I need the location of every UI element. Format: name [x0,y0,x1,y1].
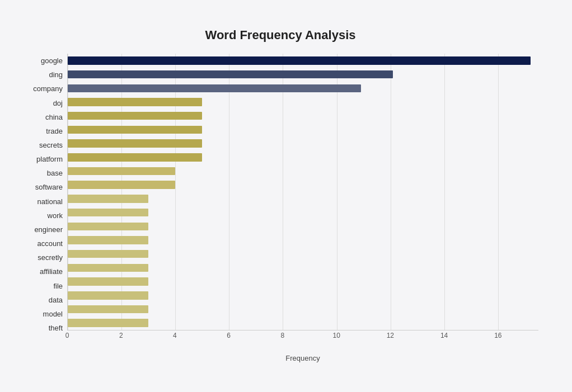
bar-row [68,192,538,206]
x-axis-label: Frequency [67,354,538,362]
bar [68,126,202,134]
y-axis-label: file [53,279,63,293]
bars-and-x: 0246810121416 Frequency [67,54,538,351]
bar-row [68,219,538,233]
bar-row [68,206,538,220]
y-axis-label: data [49,293,63,307]
y-axis-label: doj [53,96,63,110]
y-axis: googledingcompanydojchinatradesecretspla… [22,54,67,351]
chart-title: Word Frequency Analysis [22,28,538,42]
x-tick-label: 8 [281,332,285,339]
bar [68,98,202,106]
bar [68,70,393,78]
bar-row [68,123,538,137]
y-axis-label: theft [49,321,63,335]
chart-container: Word Frequency Analysis googledingcompan… [11,11,561,392]
x-tick-label: 10 [332,332,340,339]
bar [68,250,148,258]
bar-row [68,233,538,247]
x-tick-label: 12 [387,332,394,339]
bar-row [68,178,538,192]
bar [68,319,148,327]
y-axis-label: national [37,195,63,209]
bar [68,181,175,188]
y-axis-label: base [47,166,63,180]
y-axis-label: account [37,237,63,251]
bar [68,223,148,230]
x-tick-label: 16 [494,332,501,339]
y-axis-label: secretly [37,251,63,265]
y-axis-label: affiliate [40,265,63,278]
bar-row [68,150,538,164]
bar [68,277,148,285]
x-axis: 0246810121416 Frequency [67,330,538,351]
bar [68,264,148,272]
bars-section [67,54,538,330]
bar [68,153,202,161]
bar [68,167,175,175]
y-axis-label: secrets [39,138,63,152]
x-tick-label: 0 [65,332,69,339]
bar-row [68,68,538,82]
y-axis-label: model [43,307,63,321]
bar [68,209,148,216]
y-axis-label: china [45,110,63,124]
y-axis-label: google [41,54,63,68]
bar-row [68,164,538,178]
bar-row [68,247,538,261]
bar-row [68,136,538,150]
y-axis-label: trade [46,124,63,138]
y-axis-label: platform [36,152,63,166]
bar [68,56,531,64]
y-axis-label: work [48,209,63,223]
bar [68,112,202,120]
y-axis-label: ding [49,68,63,82]
bar [68,195,148,202]
y-axis-label: software [35,180,63,194]
bar [68,139,202,147]
bar [68,84,361,92]
bar-row [68,289,538,303]
bar-row [68,261,538,275]
x-tick-label: 6 [227,332,231,339]
bar-row [68,109,538,123]
bar [68,305,148,313]
bar-row [68,316,538,330]
x-tick-label: 4 [173,332,177,339]
y-axis-label: company [33,82,63,96]
x-tick-label: 14 [440,332,448,339]
bar [68,236,148,244]
bar-row [68,303,538,317]
bar-row [68,275,538,289]
bar-row [68,54,538,68]
bar [68,291,148,299]
bar-row [68,81,538,95]
x-tick-label: 2 [119,332,123,339]
bar-row [68,95,538,109]
chart-area: googledingcompanydojchinatradesecretspla… [22,54,538,351]
y-axis-label: engineer [34,223,63,237]
